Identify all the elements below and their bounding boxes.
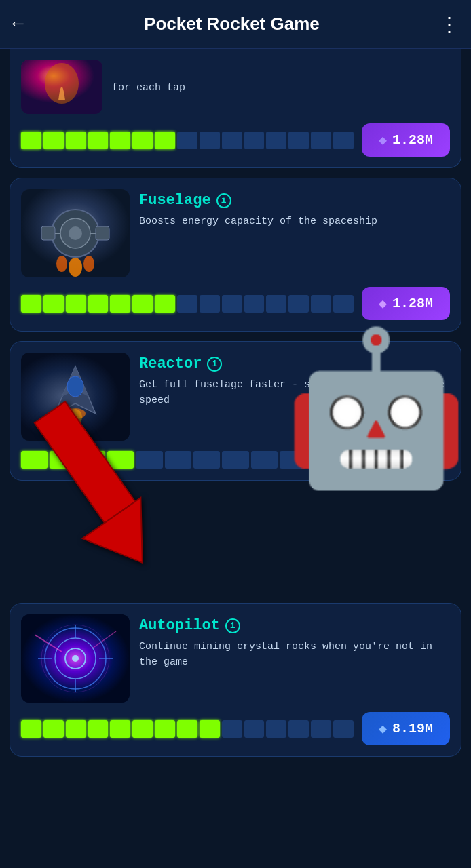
partial-card-desc: for each tap	[112, 81, 450, 96]
progress-seg-10	[222, 132, 242, 149]
svg-rect-7	[96, 226, 109, 240]
autopilot-progress-bar	[21, 719, 354, 738]
reactor-info-icon[interactable]: i	[207, 357, 222, 372]
autopilot-info-icon[interactable]: i	[225, 618, 240, 633]
partial-card-progress-bar	[21, 131, 354, 150]
svg-point-5	[69, 226, 82, 240]
fuselage-card: Fuselage i Boosts energy capacity of the…	[10, 178, 461, 332]
fuselage-card-desc: Boosts energy capacity of the spaceship	[139, 214, 450, 230]
progress-seg-9	[200, 132, 220, 149]
progress-seg-1	[21, 132, 41, 149]
progress-seg-3	[66, 132, 86, 149]
fuselage-card-title: Fuselage i	[139, 192, 450, 209]
progress-seg-7	[155, 132, 175, 149]
reactor-progress-bar	[21, 450, 450, 469]
progress-seg-11	[244, 132, 265, 149]
more-menu-button[interactable]: ⋮	[440, 13, 459, 36]
progress-seg-2	[43, 132, 64, 149]
partial-card: for each tap ◆	[10, 49, 461, 168]
reactor-card: Reactor i Get full fuselage faster - spe…	[10, 341, 461, 481]
fuselage-info-icon[interactable]: i	[216, 193, 231, 208]
autopilot-card-desc: Continue mining crystal rocks when you'r…	[139, 639, 450, 670]
svg-point-23	[72, 655, 79, 662]
fuselage-card-image	[21, 189, 130, 277]
app-header: ← Pocket Rocket Game ⋮	[0, 0, 471, 49]
partial-card-cost-button[interactable]: ◆ 1.28M	[362, 123, 450, 157]
progress-seg-12	[266, 132, 286, 149]
fuselage-card-info: Fuselage i Boosts energy capacity of the…	[139, 189, 450, 230]
autopilot-card-top: Autopilot i Continue mining crystal rock…	[21, 614, 450, 703]
progress-seg-14	[311, 132, 331, 149]
autopilot-card-title: Autopilot i	[139, 617, 450, 634]
progress-seg-4	[88, 132, 109, 149]
partial-card-top: for each tap	[21, 60, 450, 114]
partial-card-progress-row: ◆ 1.28M	[21, 123, 450, 157]
autopilot-cost-value: 8.19M	[392, 721, 433, 736]
page-title: Pocket Rocket Game	[144, 14, 320, 35]
content-area: for each tap ◆	[0, 49, 471, 757]
back-button[interactable]: ←	[12, 14, 24, 35]
fuselage-card-top: Fuselage i Boosts energy capacity of the…	[21, 189, 450, 277]
fuselage-progress-row: ◆ 1.28M	[21, 287, 450, 320]
progress-seg-15	[333, 132, 354, 149]
progress-seg-8	[177, 132, 197, 149]
reactor-card-title: Reactor i	[139, 355, 450, 372]
reactor-card-info: Reactor i Get full fuselage faster - spe…	[139, 353, 450, 408]
fuselage-progress-bar	[21, 294, 354, 313]
partial-card-info: for each tap	[112, 78, 450, 96]
autopilot-card-image	[21, 614, 130, 703]
svg-point-16	[69, 409, 82, 425]
svg-point-14	[67, 376, 83, 397]
progress-seg-5	[110, 132, 130, 149]
fuselage-cost-button[interactable]: ◆ 1.28M	[362, 287, 450, 320]
reactor-progress-row	[21, 450, 450, 469]
svg-point-10	[56, 256, 67, 272]
autopilot-card-info: Autopilot i Continue mining crystal rock…	[139, 614, 450, 670]
reactor-card-container: Reactor i Get full fuselage faster - spe…	[0, 341, 471, 481]
autopilot-progress-row: ◆ 8.19M	[21, 712, 450, 745]
svg-rect-6	[41, 226, 55, 240]
fuselage-gem-icon: ◆	[379, 295, 387, 312]
autopilot-card: Autopilot i Continue mining crystal rock…	[10, 603, 461, 757]
autopilot-cost-button[interactable]: ◆ 8.19M	[362, 712, 450, 745]
reactor-card-desc: Get full fuselage faster - speed up ener…	[139, 378, 450, 408]
partial-card-cost-value: 1.28M	[392, 132, 433, 148]
svg-point-12	[83, 256, 94, 272]
reactor-card-top: Reactor i Get full fuselage faster - spe…	[21, 353, 450, 441]
svg-point-11	[69, 258, 82, 277]
progress-seg-6	[132, 132, 153, 149]
reactor-card-image	[21, 353, 130, 441]
svg-marker-18	[82, 498, 172, 583]
fuselage-cost-value: 1.28M	[392, 296, 433, 311]
partial-card-image	[21, 60, 102, 114]
gem-icon: ◆	[379, 132, 387, 149]
progress-seg-13	[288, 132, 309, 149]
autopilot-gem-icon: ◆	[379, 720, 387, 737]
